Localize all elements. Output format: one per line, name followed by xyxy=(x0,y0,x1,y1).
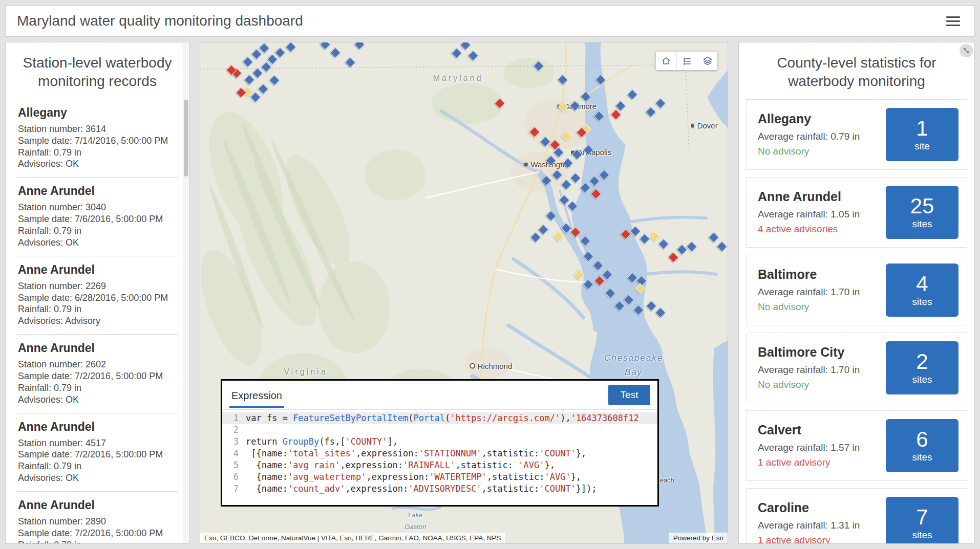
code-token: var fs = xyxy=(246,413,293,423)
site-count-box: 2sites xyxy=(886,341,958,394)
county-stats-panel: County-level statistics for waterbody mo… xyxy=(738,42,975,544)
station-detail: Rainfall: 0.79 in xyxy=(18,382,177,394)
expand-panel-button[interactable] xyxy=(960,44,973,57)
station-name: Anne Arundel xyxy=(18,420,177,434)
map-panel: MarylandWashingtonBaltimoreAnnapolisDove… xyxy=(200,42,728,544)
header: Maryland water quality monitoring dashbo… xyxy=(5,5,975,37)
county-card[interactable]: AlleganyAverage rainfall: 0.79 inNo advi… xyxy=(746,99,967,170)
county-name: Baltimore City xyxy=(758,345,860,360)
station-detail: Station number: 4517 xyxy=(18,437,177,449)
code-token: GroupBy xyxy=(283,436,319,447)
county-info: AlleganyAverage rainfall: 0.79 inNo advi… xyxy=(758,112,860,157)
county-rainfall: Average rainfall: 1.57 in xyxy=(758,442,860,453)
county-card[interactable]: Anne ArundelAverage rainfall: 1.05 in4 a… xyxy=(746,177,967,248)
map-label: Bay xyxy=(625,367,643,378)
code-token: ( xyxy=(408,413,413,423)
code-token: 'STATIONNUM' xyxy=(419,448,482,458)
map[interactable]: MarylandWashingtonBaltimoreAnnapolisDove… xyxy=(200,42,728,543)
county-info: BaltimoreAverage rainfall: 1.70 inNo adv… xyxy=(758,267,860,313)
station-name: Anne Arundel xyxy=(18,184,177,198)
map-label: Dover xyxy=(690,121,718,129)
code-token: 'COUNTY' xyxy=(346,436,388,447)
code-token: ,statistic: xyxy=(455,460,518,470)
site-count-unit: sites xyxy=(912,296,932,308)
right-panel-title: County-level statistics for waterbody mo… xyxy=(746,42,967,99)
map-label: Lake xyxy=(408,511,422,519)
station-detail: Advisories: OK xyxy=(18,158,177,170)
content-area: Station-level waterbody monitoring recor… xyxy=(5,42,975,544)
code-editor[interactable]: 1var fs = FeatureSetByPortalItem(Portal(… xyxy=(222,409,657,505)
county-advisory: 4 active advisories xyxy=(758,224,860,235)
station-list-item[interactable]: Anne ArundelStation number: 2269Sample d… xyxy=(17,256,178,335)
line-number: 6 xyxy=(222,471,246,483)
county-info: CarolineAverage rainfall: 1.31 in1 activ… xyxy=(758,500,860,544)
legend-button[interactable] xyxy=(676,52,697,70)
code-token: ,expression: xyxy=(345,484,408,494)
station-list-item[interactable]: Anne ArundelStation number: 3040Sample d… xyxy=(17,178,178,256)
code-token: {name: xyxy=(246,472,288,482)
station-list-item[interactable]: AlleganyStation number: 3614Sample date:… xyxy=(17,99,178,178)
county-advisory: No advisory xyxy=(758,146,860,157)
line-number: 3 xyxy=(222,436,246,448)
county-card[interactable]: Baltimore CityAverage rainfall: 1.70 inN… xyxy=(746,333,967,403)
site-count-value: 6 xyxy=(916,428,928,451)
code-token: 'avg_rain' xyxy=(288,460,340,470)
test-button[interactable]: Test xyxy=(608,385,650,405)
site-count-unit: sites xyxy=(912,218,932,230)
scrollbar-thumb[interactable] xyxy=(184,100,188,177)
home-icon xyxy=(661,56,671,66)
expression-editor-header: Expression Test xyxy=(222,381,657,409)
county-advisory: 1 active advisory xyxy=(758,535,860,544)
powered-by-esri-link[interactable]: Powered by Esri xyxy=(669,533,728,543)
code-line: 4 [{name:'total_sites',expression:'STATI… xyxy=(222,448,657,459)
county-card[interactable]: CarolineAverage rainfall: 1.31 in1 activ… xyxy=(746,488,967,544)
station-list-item[interactable]: Anne ArundelStation number: 2890Sample d… xyxy=(17,492,178,544)
county-card[interactable]: BaltimoreAverage rainfall: 1.70 inNo adv… xyxy=(746,255,967,325)
county-advisory: 1 active advisory xyxy=(758,457,860,468)
station-name: Anne Arundel xyxy=(18,341,177,355)
layers-button[interactable] xyxy=(697,52,717,70)
layers-icon xyxy=(702,56,713,66)
code-line: 1var fs = FeatureSetByPortalItem(Portal(… xyxy=(222,412,657,424)
map-label: Gaston xyxy=(404,522,426,530)
code-token: ], xyxy=(387,436,397,447)
dashboard-root: Maryland water quality monitoring dashbo… xyxy=(0,0,980,549)
code-token: 'COUNT' xyxy=(539,448,576,458)
county-name: Caroline xyxy=(758,500,860,515)
code-token: {name: xyxy=(246,484,288,494)
code-token: return xyxy=(246,436,283,447)
county-name: Calvert xyxy=(758,423,860,437)
home-button[interactable] xyxy=(656,52,676,70)
station-list-item[interactable]: Anne ArundelStation number: 4517Sample d… xyxy=(17,413,178,492)
code-token: Portal xyxy=(414,413,445,423)
county-info: CalvertAverage rainfall: 1.57 in1 active… xyxy=(758,423,860,468)
station-detail: Sample date: 7/2/2016, 5:00:00 PM xyxy=(18,449,177,460)
station-list-item[interactable]: Anne ArundelStation number: 2602Sample d… xyxy=(17,335,178,413)
line-number: 4 xyxy=(222,448,246,459)
station-detail: Sample date: 7/6/2016, 5:00:00 PM xyxy=(18,213,177,225)
site-count-value: 2 xyxy=(916,350,928,373)
attribution-text: Esri, GEBCO, DeLorme, NaturalVue | VITA,… xyxy=(200,533,505,543)
tab-expression[interactable]: Expression xyxy=(229,383,284,408)
station-name: Anne Arundel xyxy=(18,498,177,512)
code-token: ,statistic: xyxy=(482,448,540,458)
code-token: 'WATERTEMP' xyxy=(429,472,487,482)
county-rainfall: Average rainfall: 0.79 in xyxy=(758,131,860,142)
code-token: ,expression: xyxy=(340,460,403,470)
code-text: {name:'avg_watertemp',expression:'WATERT… xyxy=(246,471,581,483)
menu-button[interactable] xyxy=(943,11,963,32)
station-detail: Rainfall: 0.79 in xyxy=(18,539,177,544)
code-text: [{name:'total_sites',expression:'STATION… xyxy=(246,448,586,459)
code-token: ), xyxy=(560,413,570,423)
site-count-unit: sites xyxy=(912,530,932,541)
county-info: Anne ArundelAverage rainfall: 1.05 in4 a… xyxy=(758,189,860,235)
code-text: {name:'count_adv',expression:'ADVISORYDE… xyxy=(246,483,597,495)
code-token: }, xyxy=(544,460,555,470)
county-card[interactable]: CalvertAverage rainfall: 1.57 in1 active… xyxy=(746,410,967,481)
code-token: 'https://arcgis.com/' xyxy=(450,413,560,423)
map-label: Maryland xyxy=(433,74,483,83)
code-token: ( xyxy=(445,413,450,423)
code-token: FeatureSetByPortalItem xyxy=(293,413,408,423)
line-number: 7 xyxy=(222,483,246,495)
station-detail: Sample date: 6/28/2016, 5:00:00 PM xyxy=(18,292,177,304)
